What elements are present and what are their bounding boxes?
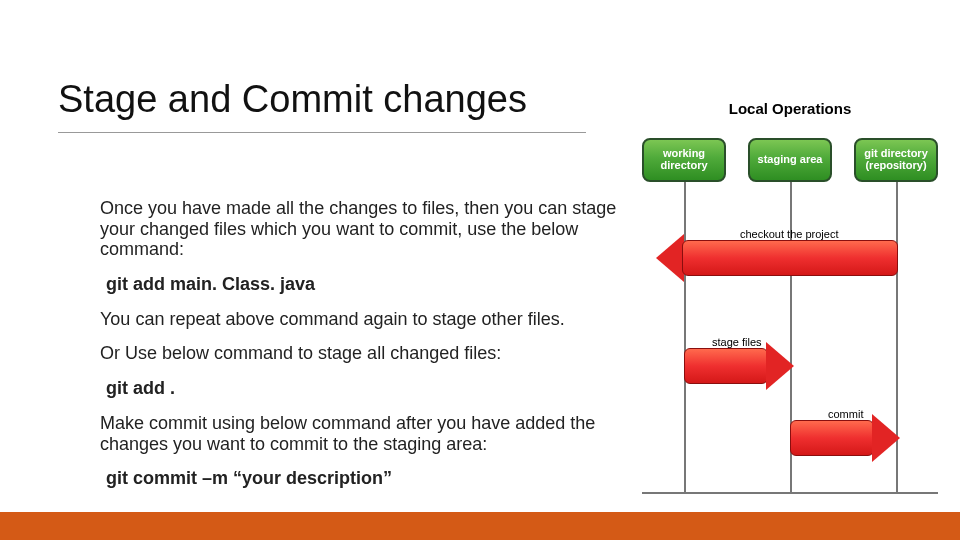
box-label: working directory (648, 148, 720, 171)
arrow-head-icon (766, 342, 794, 390)
arrow-stage (684, 348, 794, 384)
command: git add . (106, 378, 625, 399)
diagram-local-operations: Local Operations working directory stagi… (638, 100, 942, 500)
body-text: Once you have made all the changes to fi… (100, 198, 625, 503)
command: git commit –m “your description” (106, 468, 625, 489)
box-git-directory: git directory (repository) (854, 138, 938, 182)
box-label: git directory (repository) (860, 148, 932, 171)
arrow-head-icon (872, 414, 900, 462)
arrow-head-icon (656, 234, 684, 282)
arrow-label-checkout: checkout the project (740, 228, 838, 240)
box-working-directory: working directory (642, 138, 726, 182)
timeline-working (684, 182, 686, 492)
timeline-base (642, 492, 938, 494)
command: git add main. Class. java (106, 274, 625, 295)
diagram-title: Local Operations (638, 100, 942, 117)
slide: Stage and Commit changes Once you have m… (0, 0, 960, 540)
arrow-checkout (656, 240, 898, 276)
arrow-label-commit: commit (828, 408, 863, 420)
box-staging-area: staging area (748, 138, 832, 182)
slide-title: Stage and Commit changes (58, 78, 527, 121)
paragraph: Make commit using below command after yo… (100, 413, 625, 454)
paragraph: Or Use below command to stage all change… (100, 343, 625, 364)
box-label: staging area (758, 154, 823, 166)
title-underline (58, 132, 586, 133)
arrow-commit (790, 420, 900, 456)
footer-accent-bar (0, 512, 960, 540)
paragraph: Once you have made all the changes to fi… (100, 198, 625, 260)
arrow-body (684, 348, 768, 384)
arrow-label-stage: stage files (712, 336, 762, 348)
paragraph: You can repeat above command again to st… (100, 309, 625, 330)
arrow-body (682, 240, 898, 276)
arrow-body (790, 420, 874, 456)
